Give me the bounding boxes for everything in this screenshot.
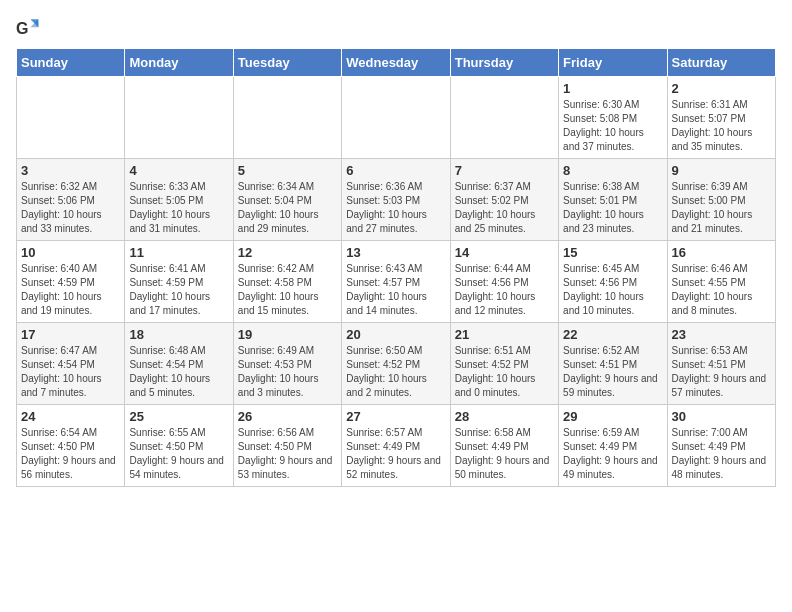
day-info: Sunrise: 6:41 AM Sunset: 4:59 PM Dayligh… <box>129 262 228 318</box>
col-saturday: Saturday <box>667 49 775 77</box>
calendar-cell <box>17 77 125 159</box>
day-info: Sunrise: 6:48 AM Sunset: 4:54 PM Dayligh… <box>129 344 228 400</box>
logo-icon: G <box>16 16 40 40</box>
day-number: 25 <box>129 409 228 424</box>
calendar-cell: 5Sunrise: 6:34 AM Sunset: 5:04 PM Daylig… <box>233 159 341 241</box>
calendar-cell: 21Sunrise: 6:51 AM Sunset: 4:52 PM Dayli… <box>450 323 558 405</box>
day-info: Sunrise: 6:45 AM Sunset: 4:56 PM Dayligh… <box>563 262 662 318</box>
header-row: Sunday Monday Tuesday Wednesday Thursday… <box>17 49 776 77</box>
day-number: 30 <box>672 409 771 424</box>
day-number: 20 <box>346 327 445 342</box>
calendar-cell <box>233 77 341 159</box>
day-number: 6 <box>346 163 445 178</box>
day-info: Sunrise: 6:31 AM Sunset: 5:07 PM Dayligh… <box>672 98 771 154</box>
day-number: 11 <box>129 245 228 260</box>
calendar-cell: 17Sunrise: 6:47 AM Sunset: 4:54 PM Dayli… <box>17 323 125 405</box>
svg-text:G: G <box>16 20 28 37</box>
calendar-cell: 9Sunrise: 6:39 AM Sunset: 5:00 PM Daylig… <box>667 159 775 241</box>
day-info: Sunrise: 6:58 AM Sunset: 4:49 PM Dayligh… <box>455 426 554 482</box>
day-number: 21 <box>455 327 554 342</box>
day-info: Sunrise: 6:36 AM Sunset: 5:03 PM Dayligh… <box>346 180 445 236</box>
day-number: 16 <box>672 245 771 260</box>
calendar-cell: 6Sunrise: 6:36 AM Sunset: 5:03 PM Daylig… <box>342 159 450 241</box>
calendar-cell: 30Sunrise: 7:00 AM Sunset: 4:49 PM Dayli… <box>667 405 775 487</box>
header: G <box>16 16 776 40</box>
calendar-cell: 16Sunrise: 6:46 AM Sunset: 4:55 PM Dayli… <box>667 241 775 323</box>
calendar-week-row: 10Sunrise: 6:40 AM Sunset: 4:59 PM Dayli… <box>17 241 776 323</box>
calendar-cell: 20Sunrise: 6:50 AM Sunset: 4:52 PM Dayli… <box>342 323 450 405</box>
day-number: 27 <box>346 409 445 424</box>
day-number: 10 <box>21 245 120 260</box>
calendar-cell: 13Sunrise: 6:43 AM Sunset: 4:57 PM Dayli… <box>342 241 450 323</box>
calendar-cell: 25Sunrise: 6:55 AM Sunset: 4:50 PM Dayli… <box>125 405 233 487</box>
calendar-cell: 22Sunrise: 6:52 AM Sunset: 4:51 PM Dayli… <box>559 323 667 405</box>
calendar-cell <box>342 77 450 159</box>
day-info: Sunrise: 6:51 AM Sunset: 4:52 PM Dayligh… <box>455 344 554 400</box>
day-number: 13 <box>346 245 445 260</box>
calendar-week-row: 3Sunrise: 6:32 AM Sunset: 5:06 PM Daylig… <box>17 159 776 241</box>
day-info: Sunrise: 6:50 AM Sunset: 4:52 PM Dayligh… <box>346 344 445 400</box>
col-friday: Friday <box>559 49 667 77</box>
day-number: 24 <box>21 409 120 424</box>
calendar-week-row: 24Sunrise: 6:54 AM Sunset: 4:50 PM Dayli… <box>17 405 776 487</box>
day-number: 4 <box>129 163 228 178</box>
calendar-body: 1Sunrise: 6:30 AM Sunset: 5:08 PM Daylig… <box>17 77 776 487</box>
calendar-cell: 1Sunrise: 6:30 AM Sunset: 5:08 PM Daylig… <box>559 77 667 159</box>
day-info: Sunrise: 6:46 AM Sunset: 4:55 PM Dayligh… <box>672 262 771 318</box>
day-info: Sunrise: 6:40 AM Sunset: 4:59 PM Dayligh… <box>21 262 120 318</box>
day-number: 1 <box>563 81 662 96</box>
day-info: Sunrise: 6:33 AM Sunset: 5:05 PM Dayligh… <box>129 180 228 236</box>
day-info: Sunrise: 6:44 AM Sunset: 4:56 PM Dayligh… <box>455 262 554 318</box>
col-sunday: Sunday <box>17 49 125 77</box>
calendar-header: Sunday Monday Tuesday Wednesday Thursday… <box>17 49 776 77</box>
calendar-cell: 27Sunrise: 6:57 AM Sunset: 4:49 PM Dayli… <box>342 405 450 487</box>
calendar-cell: 10Sunrise: 6:40 AM Sunset: 4:59 PM Dayli… <box>17 241 125 323</box>
day-number: 7 <box>455 163 554 178</box>
calendar-cell: 3Sunrise: 6:32 AM Sunset: 5:06 PM Daylig… <box>17 159 125 241</box>
day-info: Sunrise: 6:32 AM Sunset: 5:06 PM Dayligh… <box>21 180 120 236</box>
calendar-cell: 8Sunrise: 6:38 AM Sunset: 5:01 PM Daylig… <box>559 159 667 241</box>
calendar-table: Sunday Monday Tuesday Wednesday Thursday… <box>16 48 776 487</box>
day-number: 8 <box>563 163 662 178</box>
col-monday: Monday <box>125 49 233 77</box>
calendar-cell: 2Sunrise: 6:31 AM Sunset: 5:07 PM Daylig… <box>667 77 775 159</box>
day-info: Sunrise: 6:38 AM Sunset: 5:01 PM Dayligh… <box>563 180 662 236</box>
calendar-cell: 18Sunrise: 6:48 AM Sunset: 4:54 PM Dayli… <box>125 323 233 405</box>
day-info: Sunrise: 6:30 AM Sunset: 5:08 PM Dayligh… <box>563 98 662 154</box>
day-info: Sunrise: 6:43 AM Sunset: 4:57 PM Dayligh… <box>346 262 445 318</box>
day-number: 19 <box>238 327 337 342</box>
day-number: 3 <box>21 163 120 178</box>
day-info: Sunrise: 6:54 AM Sunset: 4:50 PM Dayligh… <box>21 426 120 482</box>
day-number: 12 <box>238 245 337 260</box>
day-info: Sunrise: 6:55 AM Sunset: 4:50 PM Dayligh… <box>129 426 228 482</box>
day-info: Sunrise: 6:53 AM Sunset: 4:51 PM Dayligh… <box>672 344 771 400</box>
calendar-cell: 23Sunrise: 6:53 AM Sunset: 4:51 PM Dayli… <box>667 323 775 405</box>
day-number: 22 <box>563 327 662 342</box>
day-info: Sunrise: 6:37 AM Sunset: 5:02 PM Dayligh… <box>455 180 554 236</box>
calendar-cell: 4Sunrise: 6:33 AM Sunset: 5:05 PM Daylig… <box>125 159 233 241</box>
calendar-cell: 11Sunrise: 6:41 AM Sunset: 4:59 PM Dayli… <box>125 241 233 323</box>
calendar-cell <box>450 77 558 159</box>
day-number: 23 <box>672 327 771 342</box>
day-number: 15 <box>563 245 662 260</box>
calendar-cell: 24Sunrise: 6:54 AM Sunset: 4:50 PM Dayli… <box>17 405 125 487</box>
calendar-cell: 14Sunrise: 6:44 AM Sunset: 4:56 PM Dayli… <box>450 241 558 323</box>
calendar-cell: 29Sunrise: 6:59 AM Sunset: 4:49 PM Dayli… <box>559 405 667 487</box>
day-number: 14 <box>455 245 554 260</box>
calendar-cell <box>125 77 233 159</box>
calendar-cell: 12Sunrise: 6:42 AM Sunset: 4:58 PM Dayli… <box>233 241 341 323</box>
day-number: 5 <box>238 163 337 178</box>
day-info: Sunrise: 6:52 AM Sunset: 4:51 PM Dayligh… <box>563 344 662 400</box>
day-number: 17 <box>21 327 120 342</box>
day-info: Sunrise: 6:59 AM Sunset: 4:49 PM Dayligh… <box>563 426 662 482</box>
col-tuesday: Tuesday <box>233 49 341 77</box>
day-info: Sunrise: 6:34 AM Sunset: 5:04 PM Dayligh… <box>238 180 337 236</box>
day-info: Sunrise: 6:56 AM Sunset: 4:50 PM Dayligh… <box>238 426 337 482</box>
calendar-cell: 19Sunrise: 6:49 AM Sunset: 4:53 PM Dayli… <box>233 323 341 405</box>
day-number: 18 <box>129 327 228 342</box>
col-wednesday: Wednesday <box>342 49 450 77</box>
day-number: 26 <box>238 409 337 424</box>
day-number: 28 <box>455 409 554 424</box>
day-info: Sunrise: 6:47 AM Sunset: 4:54 PM Dayligh… <box>21 344 120 400</box>
calendar-cell: 15Sunrise: 6:45 AM Sunset: 4:56 PM Dayli… <box>559 241 667 323</box>
